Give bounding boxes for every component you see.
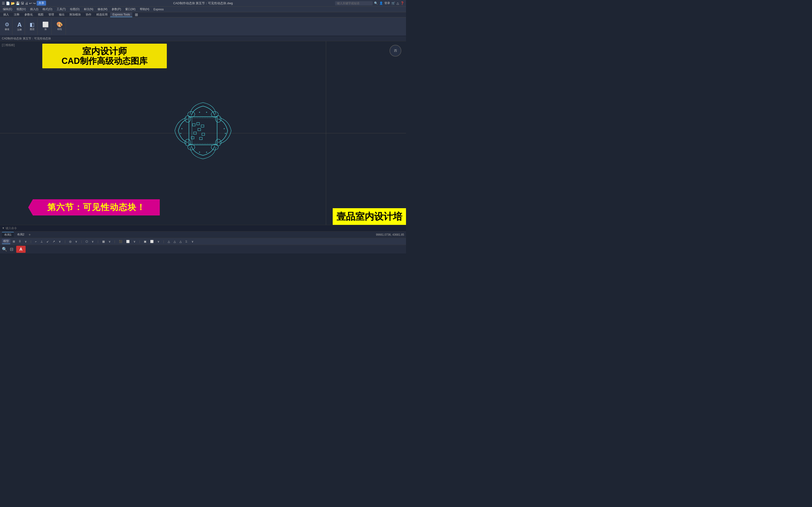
open-icon[interactable]: 📂 [11, 1, 15, 5]
tab-more[interactable]: ⊞ [133, 12, 140, 17]
menu-item-edit[interactable]: 编辑(E) [1, 7, 14, 12]
tspace-dropdown[interactable]: ∨ [90, 239, 95, 244]
title-bar: ☰ 📄 📂 💾 🖫 🖨 ↩ ↪ 共享 CAD制作动态块 第五节：可见性动态块.d… [0, 0, 406, 7]
layers-label: 图层 [30, 28, 35, 31]
triangle-icon[interactable]: △ [397, 1, 399, 5]
vp2-btn[interactable]: ⬜ [149, 239, 155, 244]
login-btn[interactable]: 登录 [385, 1, 390, 5]
otrack-btn[interactable]: ↗ [51, 239, 56, 244]
svg-text:✦: ✦ [180, 132, 182, 135]
saveas-icon[interactable]: 🖫 [21, 1, 24, 5]
redo-icon[interactable]: ↪ [33, 1, 36, 5]
separator6: | [138, 239, 142, 244]
ribbon-tabs: 插入 注释 参数化 视图 管理 输出 附加模块 协作 精选应用 Express … [0, 12, 406, 17]
svg-rect-10 [199, 137, 202, 139]
breadcrumb-text: CAD制作动态块 第五节：可见性动态块 [2, 37, 51, 41]
tab-annotate[interactable]: 注释 [11, 12, 22, 17]
modify-label: 修改 [5, 28, 9, 31]
undo-icon[interactable]: ↩ [29, 1, 32, 5]
search-input[interactable] [335, 1, 373, 5]
add-layout-btn[interactable]: + [28, 233, 32, 237]
tri3-btn[interactable]: △ [178, 239, 183, 244]
lwt-dropdown[interactable]: ∨ [74, 239, 79, 244]
tab-expresstools[interactable]: Express Tools [110, 12, 132, 17]
vp-dropdown[interactable]: ∨ [156, 239, 161, 244]
new-icon[interactable]: 📄 [6, 1, 10, 5]
autocad-logo-btn[interactable]: A [16, 246, 26, 253]
menu-item-help[interactable]: 帮助(H) [138, 7, 151, 12]
palette-icon[interactable]: ⊟ [9, 246, 14, 252]
layers-icon: ◧ [30, 22, 35, 27]
separator7: | [162, 239, 165, 244]
ortho-btn[interactable]: ⌐ [34, 239, 38, 244]
tab-addins[interactable]: 附加模块 [67, 12, 83, 17]
anno-dropdown[interactable]: ∨ [107, 239, 112, 244]
lock-dropdown[interactable]: ∨ [132, 239, 137, 244]
menu-item-express[interactable]: Express [152, 7, 165, 11]
tab-view[interactable]: 视图 [36, 12, 46, 17]
lwt-btn[interactable]: ◎ [68, 239, 73, 244]
menu-item-modify[interactable]: 修改(M) [96, 7, 109, 12]
menu-item-annotate[interactable]: 标注(N) [82, 7, 95, 12]
tspace-btn[interactable]: ⬡ [84, 239, 89, 244]
block-icon: ⬜ [42, 22, 49, 27]
command-input[interactable] [6, 227, 404, 230]
print-icon[interactable]: 🖨 [25, 1, 28, 5]
ribbon-group-properties: 🎨 特性 [54, 18, 66, 35]
search-btn[interactable]: 🔍 [374, 1, 378, 5]
search-icon-area[interactable]: 🔍 [2, 247, 7, 252]
menu-item-window[interactable]: 窗口(W) [123, 7, 137, 12]
menu-item-view[interactable]: 视图(V) [14, 7, 28, 12]
osnap-btn[interactable]: ↙ [45, 239, 50, 244]
profile-icon[interactable]: 👤 [379, 1, 383, 5]
drawing-area[interactable]: [三维线框] 西 室内设计师 CAD制作高级动态图库 [0, 41, 406, 225]
layout2-tab[interactable]: 布局2 [15, 232, 27, 237]
svg-point-12 [188, 111, 195, 117]
tab-featured[interactable]: 精选应用 [94, 12, 110, 17]
tab-insert[interactable]: 插入 [1, 12, 11, 17]
tri1-btn[interactable]: △ [166, 239, 171, 244]
tab-output[interactable]: 输出 [57, 12, 67, 17]
view-label: [三维线框] [2, 43, 15, 47]
tab-parametric[interactable]: 参数化 [22, 12, 35, 17]
menu-item-tools[interactable]: 工具(T) [55, 7, 68, 12]
snap-btn[interactable]: ⠿ [17, 239, 22, 244]
layout1-tab[interactable]: 布局1 [2, 232, 14, 237]
menu-item-draw[interactable]: 绘图(D) [68, 7, 82, 12]
share-button[interactable]: 共享 [37, 1, 46, 6]
cart-icon[interactable]: 🛒 [392, 1, 395, 5]
tri2-btn[interactable]: △ [172, 239, 177, 244]
ribbon-btn-annotate[interactable]: A 注释 [16, 21, 23, 32]
ws-btn[interactable]: ⬛ [117, 239, 124, 244]
modify-icon: ⚙ [5, 22, 9, 27]
coordinates: 99661.0736, 43681.85 [376, 233, 404, 236]
polar-btn[interactable]: ⊥ [39, 239, 44, 244]
ribbon-btn-layers[interactable]: ◧ 图层 [29, 21, 36, 32]
vp-btn[interactable]: ▣ [142, 239, 148, 244]
title-bar-left: ☰ 📄 📂 💾 🖫 🖨 ↩ ↪ 共享 [2, 1, 46, 6]
ribbon-btn-modify[interactable]: ⚙ 修改 [4, 21, 10, 32]
save-icon[interactable]: 💾 [16, 1, 20, 5]
help-icon[interactable]: ❓ [400, 1, 404, 5]
snap-dropdown[interactable]: ∨ [23, 239, 28, 244]
anno-btn[interactable]: ▦ [101, 239, 106, 244]
ribbon-btn-block[interactable]: ⬜ 块 [41, 21, 50, 32]
track-dropdown[interactable]: ∨ [57, 239, 62, 244]
ribbon-btn-properties[interactable]: 🎨 特性 [55, 21, 64, 32]
menu-item-params[interactable]: 参数(P) [110, 7, 123, 12]
lock-btn[interactable]: ⬜ [125, 239, 131, 244]
model-btn[interactable]: 模型 [2, 239, 10, 244]
svg-rect-9 [191, 136, 194, 139]
svg-rect-8 [202, 133, 205, 135]
scale-dropdown[interactable]: ∨ [190, 239, 195, 244]
tab-collaborate[interactable]: 协作 [84, 12, 94, 17]
menu-icon[interactable]: ☰ [2, 1, 5, 5]
svg-rect-0 [189, 117, 217, 145]
grid-btn[interactable]: ⊞ [11, 239, 16, 244]
separator1: | [29, 239, 33, 244]
menu-item-insert[interactable]: 插入(I) [28, 7, 40, 12]
brand-text: 壹品室内设计培 [337, 210, 402, 223]
compass[interactable]: 西 [390, 45, 401, 57]
menu-item-format[interactable]: 格式(O) [41, 7, 54, 12]
tab-manage[interactable]: 管理 [46, 12, 56, 17]
